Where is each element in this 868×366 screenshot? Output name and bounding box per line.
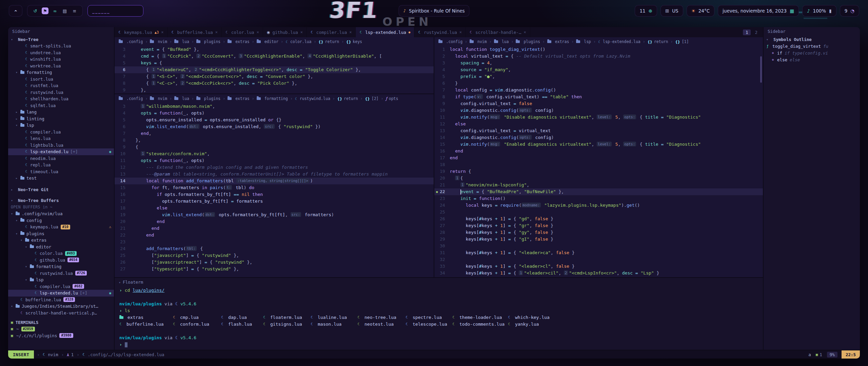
neotree-git-section-header[interactable]: ▸ Neo-Tree Git (8, 186, 114, 193)
breadcrumb-segment[interactable]: extras (228, 39, 250, 44)
tabpage-1[interactable]: 1 (743, 29, 751, 35)
breadcrumb-segment[interactable]: nvim (150, 39, 167, 44)
editor-pane-color-lua[interactable]: .config›nvim›lua›plugins›extras›editor›☾… (115, 37, 434, 94)
breadcrumb-segment[interactable]: {}return (337, 96, 358, 101)
tree-file-item[interactable]: ☾compiler.lua (8, 129, 114, 136)
volume-widget[interactable]: ♪ 100% ▮ (802, 5, 836, 17)
tree-file-item[interactable]: ☾rustywind.lua#726 (8, 270, 114, 277)
tree-file-item[interactable]: ☾lens.lua (8, 135, 114, 142)
breadcrumb-segment[interactable]: lua (174, 96, 189, 101)
tree-file-item[interactable]: ☾github.lua#654 (8, 257, 114, 264)
date-widget[interactable]: jueves, noviembre 16, 2023 ▦ (718, 5, 799, 17)
list-icon[interactable]: ≡ (71, 7, 78, 14)
scrollbar-handle[interactable] (760, 56, 762, 83)
tree-file-item[interactable]: ☾bufferline.lua#328 (8, 297, 114, 303)
close-icon[interactable]: × (349, 30, 352, 35)
close-icon[interactable]: × (161, 30, 163, 35)
tree-file-item[interactable]: ☾keymaps.lua#10⚠ (8, 224, 114, 230)
breadcrumb-segment[interactable]: {}[1] (675, 39, 689, 44)
breadcrumb-segment[interactable]: nvim (470, 39, 487, 44)
neotree-buffers-section-header[interactable]: ▾ Neo-Tree Buffers (8, 197, 114, 204)
breadcrumb-segment[interactable]: lsp (576, 39, 591, 44)
close-icon[interactable]: × (215, 30, 218, 35)
breadcrumb-segment[interactable]: ƒopts (386, 96, 398, 101)
workspaces-widget[interactable]: 11 ⊕ (635, 5, 657, 17)
close-icon[interactable]: × (459, 30, 462, 35)
close-icon[interactable]: × (257, 30, 259, 35)
tree-dir-item[interactable]: ▾formatting (8, 69, 114, 76)
breadcrumb-segment[interactable]: {}return (648, 39, 668, 44)
breadcrumb-segment[interactable]: ☾rustywind.lua (295, 96, 330, 101)
tab-scrollbar-handle-[interactable]: ☾scrollbar-handle-…× (466, 27, 530, 37)
tree-dir-item[interactable]: ▾extras (8, 237, 114, 244)
tab-color-lua[interactable]: ☾color.lua× (222, 27, 263, 37)
tree-file-item[interactable]: ☾winshift.lua (8, 56, 114, 63)
breadcrumb-segment[interactable]: formatting (257, 96, 288, 101)
tree-file-item[interactable]: ☾timeout.lua (8, 168, 114, 175)
tree-dir-item[interactable]: ▾Juegos/Indies/SteamLibrary/st… (8, 303, 114, 310)
breadcrumb-segment[interactable]: plugins (516, 39, 540, 44)
symbol-item[interactable]: ⋄ifif type(config.vi (764, 49, 860, 56)
breadcrumb-segment[interactable]: ☾color.lua (285, 39, 311, 44)
breadcrumb-segment[interactable]: {}return (318, 39, 339, 44)
tree-file-item[interactable]: ☾undotree.lua (8, 49, 114, 56)
terminal-list-item[interactable]: ▣~/.c/n/l/plugins#3980 (8, 332, 114, 339)
breadcrumb-segment[interactable]: .config (119, 39, 143, 44)
breadcrumb-segment[interactable]: extras (228, 96, 250, 101)
tree-file-item[interactable]: ☾sqlfmt.lua (8, 102, 114, 109)
editor-pane-lsp-extended-lua[interactable]: .config›nvim›lua›plugins›extras›lsp›☾lsp… (434, 37, 763, 277)
tree-dir-item[interactable]: ▾config (8, 217, 114, 224)
tree-dir-item[interactable]: ▾editor (8, 244, 114, 250)
refresh-icon[interactable]: ↺ (32, 7, 39, 14)
terminal-list-item[interactable]: ▣~#2859 (8, 326, 114, 332)
tab-github-lua[interactable]: ◉github.lua× (263, 27, 307, 37)
tree-dir-item[interactable]: ▾formatting (8, 263, 114, 270)
tree-file-item[interactable]: ☾lightbulb.lua (8, 142, 114, 149)
terminal-output[interactable]: › cd lua/plugins/ nvim/lua/plugins via ☾… (115, 287, 763, 350)
tab-lsp-extended-lua[interactable]: ☾lsp-extended.lua● (356, 27, 414, 37)
breadcrumb-segment[interactable]: {}keys (346, 39, 362, 44)
breadcrumb-segment[interactable]: .config (438, 39, 462, 44)
breadcrumb-segment[interactable]: extras (547, 39, 569, 44)
tray-widget[interactable]: 9 ◔ (840, 5, 859, 17)
tree-file-item[interactable]: ☾rustfmt.lua (8, 82, 114, 89)
breadcrumb-segment[interactable]: lua (494, 39, 509, 44)
breadcrumb-segment[interactable]: plugins (196, 96, 220, 101)
now-playing-widget[interactable]: ♪ Spiritbox - Rule Of Nines (398, 5, 469, 17)
tree-file-item[interactable]: ☾repl.lua (8, 162, 114, 168)
breadcrumb-segment[interactable]: plugins (196, 39, 220, 44)
breadcrumb-segment[interactable]: ☾lsp-extended.lua (598, 39, 640, 44)
weather-widget[interactable]: ☀ 24°C (687, 5, 714, 17)
breadcrumb-segment[interactable]: lua (174, 39, 189, 44)
tree-file-item[interactable]: ☾isort.lua (8, 76, 114, 83)
tab-bufferline-lua[interactable]: ☾bufferline.lua× (168, 27, 222, 37)
tabpage-2[interactable]: 2 (752, 29, 760, 35)
tree-dir-item[interactable]: ▸test (8, 175, 114, 182)
tree-dir-item[interactable]: ▾plugins (8, 230, 114, 237)
symbol-item[interactable]: ⋄elseelse (764, 56, 860, 63)
tree-file-item[interactable]: ☾lsp-extended.lu[+]◉ (8, 290, 114, 297)
tree-file-item[interactable]: ☾color.lua#493 (8, 250, 114, 257)
tree-file-item[interactable]: ☾lsp-extended.lu[+]◉ (8, 148, 114, 155)
close-icon[interactable]: × (300, 30, 303, 35)
breadcrumb-segment[interactable]: {}[2] (365, 96, 379, 101)
search-input[interactable]: ______ (87, 5, 143, 17)
tree-file-item[interactable]: ☾worktree.lua (8, 63, 114, 69)
breadcrumb-segment[interactable]: nvim (150, 96, 167, 101)
tree-file-item[interactable]: ☾scrollbar-handle-vertical.p… (8, 310, 114, 317)
symbols-outline-header[interactable]: ▾ Symbols Outline (764, 36, 860, 43)
keyboard-layout-widget[interactable]: ⊞ US (660, 5, 683, 17)
tree-dir-item[interactable]: ▾lsp (8, 277, 114, 283)
flag-icon[interactable]: ⚑ (42, 7, 48, 14)
window-icon[interactable]: ▤ (61, 7, 68, 14)
tree-dir-item[interactable]: ▾.config/nvim/lua (8, 210, 114, 217)
infinity-icon[interactable]: ∞ (52, 7, 58, 14)
tab-compiler-lua[interactable]: ☾compiler.lua× (307, 27, 356, 37)
tree-file-item[interactable]: ☾smart-splits.lua (8, 43, 114, 49)
breadcrumb-segment[interactable]: .config (119, 96, 143, 101)
tree-dir-item[interactable]: ▾lsp (8, 122, 114, 129)
tab-keymaps-lua[interactable]: ☾keymaps.lua▲3× (115, 27, 168, 37)
symbol-item[interactable]: ƒtoggle_diag_virtextfu (764, 43, 860, 49)
tree-dir-item[interactable]: ▸linting (8, 116, 114, 122)
terminals-section-header[interactable]: ▣ TERMINALS (8, 319, 114, 326)
